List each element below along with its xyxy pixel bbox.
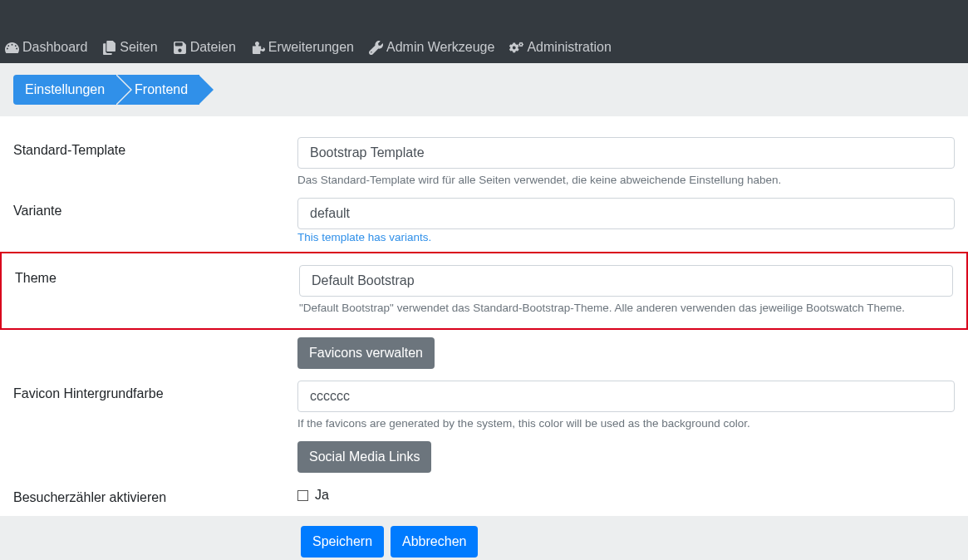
save-button[interactable]: Speichern <box>301 526 384 558</box>
help-variante-link[interactable]: This template has variants. <box>297 231 431 243</box>
button-label: Social Media Links <box>309 449 420 464</box>
help-theme: "Default Bootstrap" verwendet das Standa… <box>299 302 953 314</box>
select-variante[interactable]: default <box>297 198 955 229</box>
select-standard-template[interactable]: Bootstrap Template <box>297 137 955 169</box>
copy-icon <box>102 41 116 55</box>
label-standard-template: Standard-Template <box>0 137 297 158</box>
button-label: Favicons verwalten <box>309 346 423 361</box>
nav-administration[interactable]: Administration <box>509 40 611 55</box>
cogs-icon <box>509 41 523 55</box>
nav-seiten[interactable]: Seiten <box>102 40 157 55</box>
nav-dateien[interactable]: Dateien <box>173 40 236 55</box>
tachometer-icon <box>5 41 19 55</box>
breadcrumb-label: Einstellungen <box>25 82 105 97</box>
breadcrumb: Einstellungen Frontend <box>13 75 955 105</box>
nav-admin-tools[interactable]: Admin Werkzeuge <box>369 40 494 55</box>
input-value: cccccc <box>310 389 350 404</box>
input-favicon-bg[interactable]: cccccc <box>297 381 955 412</box>
label-theme: Theme <box>2 265 299 286</box>
help-favicon-bg: If the favicons are generated by the sys… <box>297 417 955 430</box>
nav-label: Admin Werkzeuge <box>386 40 494 55</box>
nav-label: Administration <box>527 40 611 55</box>
breadcrumb-einstellungen[interactable]: Einstellungen <box>13 75 116 105</box>
help-standard-template: Das Standard-Template wird für alle Seit… <box>297 174 955 186</box>
label-variante: Variante <box>0 198 297 219</box>
button-label: Abbrechen <box>402 534 466 549</box>
button-label: Speichern <box>312 534 372 549</box>
checkbox-label: Ja <box>315 488 329 503</box>
breadcrumb-label: Frontend <box>135 82 188 97</box>
social-media-links-button[interactable]: Social Media Links <box>297 441 431 473</box>
checkbox-visitor-counter[interactable] <box>297 490 308 501</box>
nav-label: Dashboard <box>22 40 87 55</box>
breadcrumb-bar: Einstellungen Frontend <box>0 63 968 116</box>
select-value: Default Bootstrap <box>312 273 415 288</box>
nav-label: Dateien <box>190 40 236 55</box>
select-value: Bootstrap Template <box>310 145 425 160</box>
form-actions: Speichern Abbrechen <box>0 516 968 560</box>
save-icon <box>173 41 187 55</box>
theme-highlight: Theme Default Bootstrap "Default Bootstr… <box>0 252 968 330</box>
select-theme[interactable]: Default Bootstrap <box>299 265 953 297</box>
label-visitor-counter: Besucherzähler aktivieren <box>0 484 297 505</box>
nav-label: Seiten <box>120 40 157 55</box>
cancel-button[interactable]: Abbrechen <box>391 526 478 558</box>
nav-label: Erweiterungen <box>268 40 354 55</box>
puzzle-icon <box>251 41 265 55</box>
label-favicon-bg: Favicon Hintergrundfarbe <box>0 381 297 401</box>
top-nav: Dashboard Seiten Dateien Erweiterungen A… <box>0 12 968 63</box>
wrench-icon <box>369 41 383 55</box>
select-value: default <box>310 206 350 221</box>
favicons-manage-button[interactable]: Favicons verwalten <box>297 337 435 369</box>
nav-erweiterungen[interactable]: Erweiterungen <box>251 40 354 55</box>
settings-form: Standard-Template Bootstrap Template Das… <box>0 131 968 560</box>
nav-dashboard[interactable]: Dashboard <box>5 40 87 55</box>
